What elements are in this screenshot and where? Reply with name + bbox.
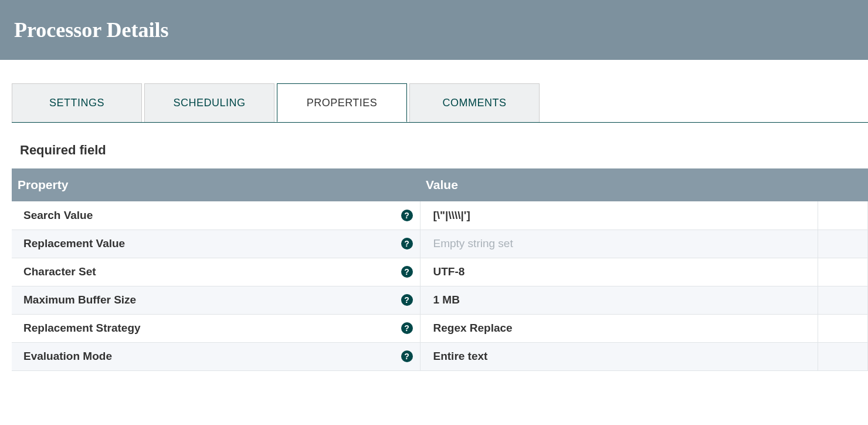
property-name-cell: Evaluation Mode ? [12, 342, 420, 370]
help-icon[interactable]: ? [401, 266, 413, 278]
dialog-body: SETTINGS SCHEDULING PROPERTIES COMMENTS … [0, 60, 868, 371]
property-name: Replacement Value [23, 237, 125, 250]
property-name-cell: Search Value ? [12, 201, 420, 230]
tab-settings[interactable]: SETTINGS [12, 83, 142, 122]
property-value: Regex Replace [433, 322, 513, 334]
property-value: UTF-8 [433, 265, 465, 278]
tab-label: COMMENTS [443, 97, 507, 109]
property-value: Entire text [433, 350, 488, 362]
row-actions-cell [818, 286, 868, 314]
table-row[interactable]: Character Set ? UTF-8 [12, 258, 868, 286]
required-field-label: Required field [12, 123, 868, 168]
row-actions-cell [818, 314, 868, 342]
property-name-cell: Maximum Buffer Size ? [12, 286, 420, 314]
property-value-cell[interactable]: Entire text [420, 342, 818, 370]
property-name-cell: Replacement Value ? [12, 230, 420, 258]
row-actions-cell [818, 230, 868, 258]
tab-label: SETTINGS [49, 97, 104, 109]
property-name: Evaluation Mode [23, 350, 112, 363]
property-value-cell[interactable]: 1 MB [420, 286, 818, 314]
tab-properties[interactable]: PROPERTIES [277, 83, 407, 122]
table-row[interactable]: Replacement Value ? Empty string set [12, 230, 868, 258]
row-actions-cell [818, 201, 868, 230]
help-icon[interactable]: ? [401, 210, 413, 221]
properties-table: Property Value Search Value ? [\"|\\\\|'… [12, 168, 868, 371]
table-row[interactable]: Replacement Strategy ? Regex Replace [12, 314, 868, 342]
property-name: Character Set [23, 265, 96, 278]
table-header-row: Property Value [12, 168, 868, 201]
tab-scheduling[interactable]: SCHEDULING [144, 83, 274, 122]
tab-label: PROPERTIES [307, 97, 378, 109]
table-row[interactable]: Search Value ? [\"|\\\\|'] [12, 201, 868, 230]
property-value-cell[interactable]: Empty string set [420, 230, 818, 258]
table-row[interactable]: Evaluation Mode ? Entire text [12, 342, 868, 370]
row-actions-cell [818, 258, 868, 286]
property-name-cell: Replacement Strategy ? [12, 314, 420, 342]
property-value-placeholder: Empty string set [433, 237, 513, 249]
dialog-header: Processor Details [0, 0, 868, 60]
help-icon[interactable]: ? [401, 238, 413, 249]
property-name: Replacement Strategy [23, 322, 141, 335]
tab-label: SCHEDULING [173, 97, 245, 109]
column-header-value: Value [420, 168, 818, 201]
tab-comments[interactable]: COMMENTS [409, 83, 540, 122]
tab-bar: SETTINGS SCHEDULING PROPERTIES COMMENTS [12, 83, 868, 123]
help-icon[interactable]: ? [401, 294, 413, 306]
property-name: Maximum Buffer Size [23, 294, 136, 306]
property-name-cell: Character Set ? [12, 258, 420, 286]
property-value-cell[interactable]: Regex Replace [420, 314, 818, 342]
property-value: [\"|\\\\|'] [433, 209, 470, 221]
property-name: Search Value [23, 209, 93, 222]
help-icon[interactable]: ? [401, 322, 413, 334]
row-actions-cell [818, 342, 868, 370]
property-value-cell[interactable]: [\"|\\\\|'] [420, 201, 818, 230]
column-header-extra [818, 168, 868, 201]
help-icon[interactable]: ? [401, 350, 413, 362]
column-header-property: Property [12, 168, 420, 201]
property-value-cell[interactable]: UTF-8 [420, 258, 818, 286]
table-row[interactable]: Maximum Buffer Size ? 1 MB [12, 286, 868, 314]
property-value: 1 MB [433, 294, 460, 306]
page-title: Processor Details [14, 18, 169, 42]
